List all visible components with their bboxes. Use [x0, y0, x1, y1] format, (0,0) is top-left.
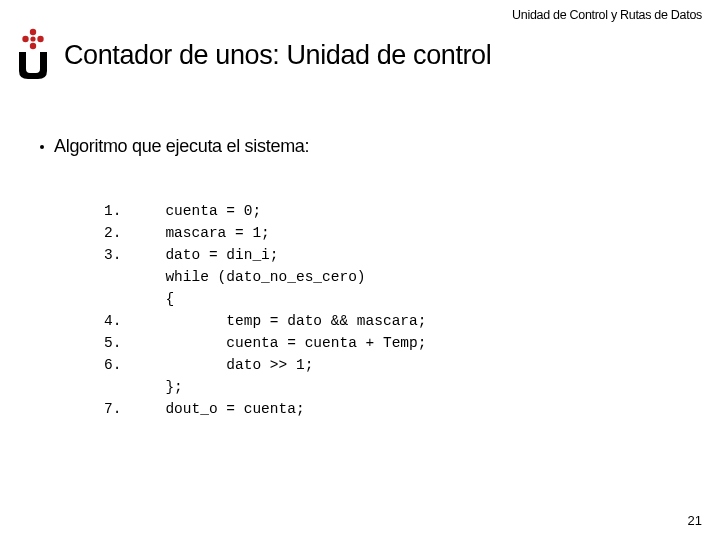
logo-icon: [14, 26, 52, 81]
bullet-row: Algoritmo que ejecuta el sistema:: [40, 136, 309, 157]
slide-page: Unidad de Control y Rutas de Datos Conta…: [0, 0, 720, 540]
svg-point-1: [22, 36, 28, 42]
svg-point-2: [37, 36, 43, 42]
code-line-numbers: 1. 2. 3. 4. 5. 6. 7.: [104, 200, 121, 420]
code-block: 1. 2. 3. 4. 5. 6. 7. cuenta = 0; mascara…: [104, 200, 426, 420]
svg-point-3: [30, 43, 36, 49]
logo-urjc: [14, 26, 52, 81]
bullet-icon: [40, 145, 44, 149]
code-body: cuenta = 0; mascara = 1; dato = din_i; w…: [165, 200, 426, 420]
svg-point-4: [30, 36, 35, 41]
svg-point-0: [30, 29, 36, 35]
slide-title: Contador de unos: Unidad de control: [64, 40, 491, 71]
bullet-text: Algoritmo que ejecuta el sistema:: [54, 136, 309, 157]
page-number: 21: [688, 513, 702, 528]
header-text: Unidad de Control y Rutas de Datos: [512, 8, 702, 22]
